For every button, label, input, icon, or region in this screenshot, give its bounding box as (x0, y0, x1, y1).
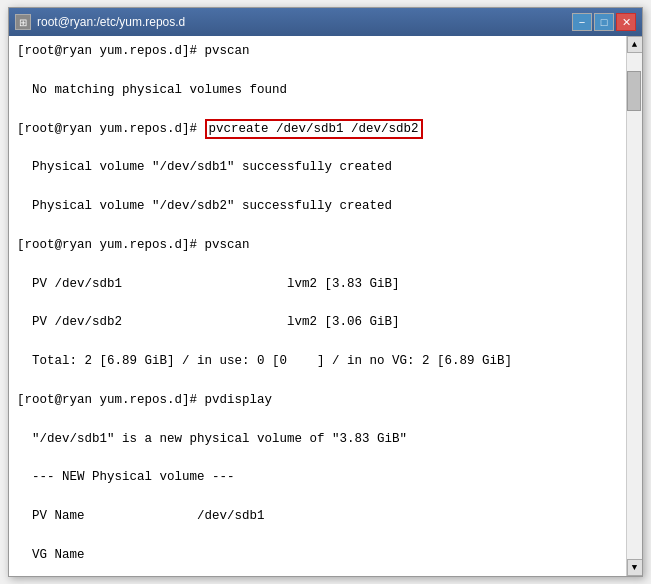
close-button[interactable]: ✕ (616, 13, 636, 31)
line-11: "/dev/sdb1" is a new physical volume of … (17, 430, 618, 449)
line-14: VG Name (17, 546, 618, 565)
title-bar: ⊞ root@ryan:/etc/yum.repos.d − □ ✕ (9, 8, 642, 36)
line-13: PV Name /dev/sdb1 (17, 507, 618, 526)
maximize-button[interactable]: □ (594, 13, 614, 31)
window-title: root@ryan:/etc/yum.repos.d (37, 15, 185, 29)
window-icon: ⊞ (15, 14, 31, 30)
line-6: [root@ryan yum.repos.d]# pvscan (17, 236, 618, 255)
scroll-down-button[interactable]: ▼ (627, 559, 643, 576)
title-bar-content: ⊞ root@ryan:/etc/yum.repos.d (15, 14, 185, 30)
pvcreate-highlight: pvcreate /dev/sdb1 /dev/sdb2 (205, 119, 423, 139)
terminal-window: ⊞ root@ryan:/etc/yum.repos.d − □ ✕ [root… (8, 7, 643, 577)
line-7: PV /dev/sdb1 lvm2 [3.83 GiB] (17, 275, 618, 294)
line-5: Physical volume "/dev/sdb2" successfully… (17, 197, 618, 216)
line-8: PV /dev/sdb2 lvm2 [3.06 GiB] (17, 313, 618, 332)
line-1: [root@ryan yum.repos.d]# pvscan (17, 42, 618, 61)
content-area: [root@ryan yum.repos.d]# pvscan No match… (9, 36, 642, 576)
terminal-output[interactable]: [root@ryan yum.repos.d]# pvscan No match… (9, 36, 626, 576)
line-4: Physical volume "/dev/sdb1" successfully… (17, 158, 618, 177)
line-3: [root@ryan yum.repos.d]# pvcreate /dev/s… (17, 120, 618, 139)
scrollbar-thumb[interactable] (627, 71, 641, 111)
line-12: --- NEW Physical volume --- (17, 468, 618, 487)
line-9: Total: 2 [6.89 GiB] / in use: 0 [0 ] / i… (17, 352, 618, 371)
window-controls: − □ ✕ (572, 13, 636, 31)
line-10: [root@ryan yum.repos.d]# pvdisplay (17, 391, 618, 410)
scrollbar[interactable]: ▲ ▼ (626, 36, 642, 576)
minimize-button[interactable]: − (572, 13, 592, 31)
line-2: No matching physical volumes found (17, 81, 618, 100)
scroll-up-button[interactable]: ▲ (627, 36, 643, 53)
